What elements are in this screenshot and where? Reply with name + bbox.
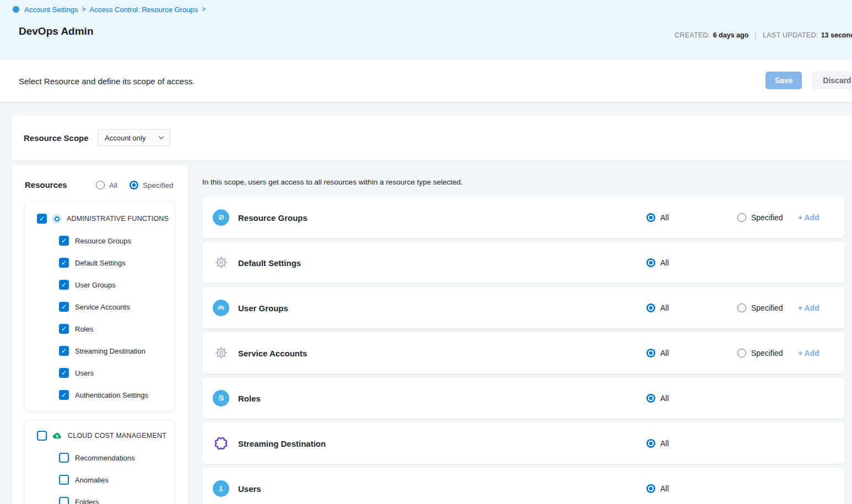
checkbox-unchecked[interactable] (37, 431, 47, 441)
row-label: Resource Groups (238, 213, 308, 222)
save-button[interactable]: Save (765, 72, 802, 89)
header-meta: CREATED: 6 days ago | LAST UPDATED: 13 s… (675, 31, 852, 40)
row-radio-all[interactable]: All (646, 394, 669, 403)
page: Account Settings > Access Control: Resou… (0, 0, 852, 504)
group-cloud-cost-management[interactable]: $ CLOUD COST MANAGEMENT (25, 425, 175, 447)
tree-item-roles[interactable]: Roles (25, 318, 175, 340)
radio-icon (130, 181, 138, 189)
toolbar-message: Select Resource and define its scope of … (19, 76, 195, 85)
row-label: Roles (238, 393, 261, 403)
resources-title: Resources (25, 180, 67, 189)
checkbox-unchecked[interactable] (59, 453, 69, 463)
group-administrative-functions[interactable]: ADMINISTRATIVE FUNCTIONS (25, 208, 175, 230)
resource-row-resource-groups: Resource Groups All Specified + Add (202, 197, 845, 238)
cloud-cost-card: $ CLOUD COST MANAGEMENT Recommendations … (24, 420, 175, 504)
checkbox-checked[interactable] (59, 236, 69, 246)
resource-row-user-groups: User Groups All Specified + Add (202, 287, 845, 328)
row-radio-all[interactable]: All (646, 304, 669, 312)
resources-radio-specified[interactable]: Specified (130, 181, 174, 189)
radio-all-label: All (660, 304, 669, 312)
cloud-cost-icon: $ (52, 430, 63, 441)
add-button[interactable]: + Add (798, 349, 819, 357)
tree-item-folders[interactable]: Folders (25, 491, 175, 504)
radio-all-label: All (660, 394, 669, 403)
meta-divider: | (754, 31, 757, 40)
tree-item-resource-groups[interactable]: Resource Groups (25, 230, 175, 252)
admin-functions-card: ADMINISTRATIVE FUNCTIONS Resource Groups… (24, 201, 175, 411)
checkbox-checked[interactable] (59, 258, 69, 268)
row-radio-specified[interactable]: Specified (737, 213, 783, 222)
users-icon (213, 480, 229, 497)
created-value: 6 days ago (713, 31, 749, 39)
checkbox-checked[interactable] (37, 214, 47, 224)
radio-all-label: All (109, 181, 117, 189)
tree-item-authentication-settings[interactable]: Authentication Settings (25, 384, 175, 406)
radio-icon (737, 213, 746, 222)
checkbox-unchecked[interactable] (59, 475, 69, 485)
resources-radio-all[interactable]: All (96, 181, 117, 189)
breadcrumb-separator: > (202, 6, 206, 13)
tree-item-label: Authentication Settings (75, 391, 148, 399)
radio-icon (646, 304, 655, 312)
row-radio-specified[interactable]: Specified (737, 349, 783, 357)
svg-text:$: $ (56, 434, 58, 438)
tree-item-label: Recommendations (75, 454, 134, 462)
checkbox-unchecked[interactable] (59, 497, 69, 504)
row-radio-all[interactable]: All (646, 258, 669, 267)
page-header: Account Settings > Access Control: Resou… (0, 0, 852, 59)
user-groups-icon (213, 300, 229, 316)
tree-item-anomalies[interactable]: Anomalies (25, 469, 175, 491)
resource-scope-value: Account only (105, 134, 145, 142)
last-updated-label: LAST UPDATED: (763, 31, 818, 39)
scope-description: In this scope, users get access to all r… (202, 178, 463, 186)
tree-item-user-groups[interactable]: User Groups (25, 274, 175, 296)
breadcrumb-account-settings[interactable]: Account Settings (24, 6, 78, 14)
tree-item-label: Default Settings (75, 259, 126, 267)
radio-specified-label: Specified (143, 181, 174, 189)
resource-scope-dropdown[interactable]: Account only (98, 129, 170, 147)
resource-row-streaming-destination: Streaming Destination All (202, 422, 845, 464)
tree-item-streaming-destination[interactable]: Streaming Destination (25, 340, 175, 362)
radio-icon (646, 394, 655, 403)
tree-item-default-settings[interactable]: Default Settings (25, 252, 175, 274)
resource-scope-card: Resource Scope Account only (12, 115, 852, 160)
add-button[interactable]: + Add (798, 213, 819, 222)
tree-item-label: Resource Groups (75, 237, 131, 245)
created-label: CREATED: (675, 31, 710, 39)
checkbox-checked[interactable] (59, 324, 69, 334)
tree-item-recommendations[interactable]: Recommendations (25, 447, 175, 469)
row-label: Default Settings (238, 258, 301, 267)
gear-icon (12, 5, 20, 14)
checkbox-checked[interactable] (59, 346, 69, 356)
tree-item-label: Streaming Destination (75, 347, 145, 355)
row-radio-all[interactable]: All (646, 484, 669, 493)
row-radio-all[interactable]: All (646, 349, 669, 357)
row-label: Users (238, 484, 261, 493)
radio-icon (646, 439, 655, 448)
settings-gear-icon (213, 254, 229, 271)
resource-row-default-settings: Default Settings All (202, 242, 845, 283)
radio-all-label: All (660, 439, 669, 448)
last-updated-value: 13 seconds ago (821, 31, 852, 39)
row-radio-all[interactable]: All (646, 439, 669, 448)
checkbox-checked[interactable] (59, 280, 69, 290)
add-button[interactable]: + Add (798, 304, 819, 312)
radio-specified-label: Specified (751, 213, 783, 222)
tree-item-users[interactable]: Users (25, 362, 175, 384)
breadcrumb-access-control[interactable]: Access Control: Resource Groups (90, 6, 198, 14)
radio-specified-label: Specified (751, 304, 783, 312)
row-label: Streaming Destination (238, 438, 326, 448)
discard-button[interactable]: Discard (812, 72, 852, 89)
checkbox-checked[interactable] (59, 368, 69, 378)
scope-toolbar: Select Resource and define its scope of … (0, 59, 852, 102)
tree-item-label: Roles (75, 325, 93, 333)
radio-icon (646, 484, 655, 493)
tree-item-label: Folders (75, 498, 99, 504)
radio-icon (646, 349, 655, 357)
tree-item-service-accounts[interactable]: Service Accounts (25, 296, 175, 318)
checkbox-checked[interactable] (59, 390, 69, 400)
row-radio-all[interactable]: All (646, 213, 669, 222)
row-radio-specified[interactable]: Specified (737, 304, 783, 312)
checkbox-checked[interactable] (59, 302, 69, 312)
resources-panel: Resources All Specified ADMINISTRATIVE F… (12, 165, 188, 504)
